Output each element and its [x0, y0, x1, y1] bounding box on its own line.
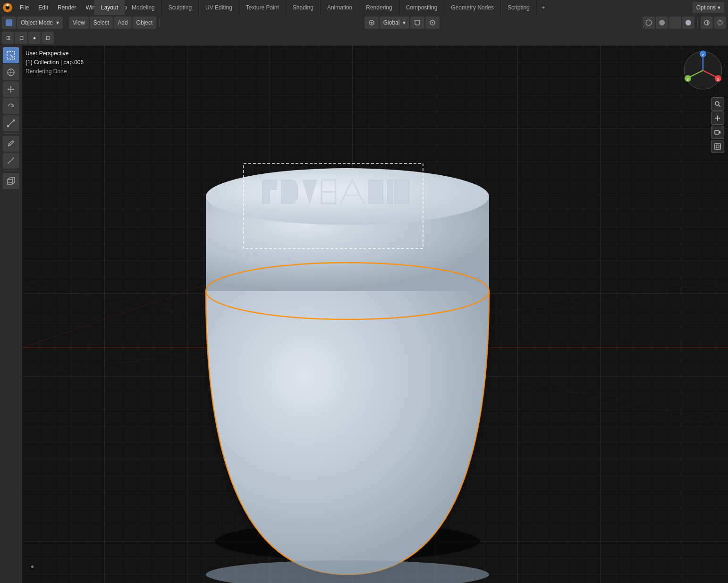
svg-point-11	[686, 20, 691, 26]
viewport-info: User Perspective (1) Collection | cap.00…	[25, 49, 84, 77]
svg-point-7	[432, 22, 433, 24]
header-icon-1[interactable]: ⊞	[2, 32, 14, 44]
snap-magnet-btn[interactable]	[410, 17, 424, 29]
tab-compositing[interactable]: Compositing	[399, 0, 445, 15]
svg-text:X: X	[717, 77, 720, 82]
svg-point-10	[672, 20, 678, 26]
svg-rect-20	[7, 125, 9, 127]
options-button[interactable]: Options ▾	[693, 2, 724, 13]
mode-icon-btn[interactable]	[2, 17, 16, 29]
svg-line-23	[8, 158, 14, 163]
view-menu-btn[interactable]: View	[69, 17, 89, 29]
select-box-tool[interactable]	[3, 47, 19, 63]
blender-logo-icon[interactable]	[0, 0, 15, 15]
header-icon-2[interactable]: ⊟	[15, 32, 27, 44]
tab-layout[interactable]: Layout	[94, 0, 125, 15]
transform-orientation-dropdown[interactable]: Global	[380, 17, 410, 29]
svg-rect-57	[715, 130, 719, 134]
tab-modeling[interactable]: Modeling	[125, 0, 162, 15]
viewport-dot	[31, 566, 34, 568]
svg-point-5	[371, 22, 372, 24]
perspective-label: User Perspective	[25, 49, 84, 58]
top-menu-bar: File Edit Render Window Help Layout Mode…	[0, 0, 728, 15]
svg-text:Z: Z	[702, 53, 704, 57]
svg-point-9	[659, 20, 665, 26]
add-workspace-button[interactable]: +	[537, 0, 550, 15]
tab-rendering[interactable]: Rendering	[359, 0, 399, 15]
viewport-gizmo[interactable]: Z X Y	[682, 49, 724, 92]
svg-point-55	[715, 102, 719, 105]
toolbar-sep-3	[697, 18, 698, 27]
rendering-status: Rendering Done	[25, 67, 84, 76]
proportional-editing-btn[interactable]	[425, 17, 440, 29]
render-menu[interactable]: Render	[53, 0, 81, 15]
svg-rect-58	[715, 144, 720, 149]
svg-line-56	[719, 105, 720, 107]
object-menu-btn[interactable]: Object	[133, 17, 157, 29]
overlays-btn[interactable]	[701, 17, 713, 29]
tab-sculpting[interactable]: Sculpting	[162, 0, 199, 15]
svg-rect-59	[716, 145, 719, 148]
tab-shading[interactable]: Shading	[286, 0, 321, 15]
svg-rect-3	[6, 19, 12, 26]
top-right-options: Options ▾	[693, 0, 728, 15]
viewport-shading-rendered-btn[interactable]	[682, 17, 694, 29]
left-tool-sep-2	[4, 171, 18, 171]
add-cube-tool[interactable]	[3, 173, 19, 189]
viewport-shading-material-btn[interactable]	[669, 17, 681, 29]
third-toolbar: ⊞ ⊟ ● ⊡	[0, 30, 728, 45]
right-mini-toolbar	[711, 97, 724, 153]
collection-label: (1) Collection | cap.006	[25, 58, 84, 67]
viewport-shading-solid-btn[interactable]	[656, 17, 668, 29]
annotate-tool[interactable]	[3, 136, 19, 152]
left-tool-sep-1	[4, 133, 18, 134]
svg-point-2	[7, 4, 9, 7]
second-toolbar: Object Mode View Select Add Object Globa…	[0, 15, 728, 30]
file-menu[interactable]: File	[15, 0, 34, 15]
tab-texture-paint[interactable]: Texture Paint	[239, 0, 286, 15]
svg-text:Y: Y	[686, 77, 689, 82]
left-toolbar	[0, 45, 22, 583]
orthographic-btn[interactable]	[711, 140, 724, 153]
svg-point-14	[719, 21, 721, 24]
tab-uv-editing[interactable]: UV Editing	[199, 0, 239, 15]
workspace-tabs: Layout Modeling Sculpting UV Editing Tex…	[94, 0, 700, 15]
measure-tool[interactable]	[3, 153, 19, 169]
viewport[interactable]: User Perspective (1) Collection | cap.00…	[22, 45, 728, 583]
gizmo-svg[interactable]: Z X Y	[682, 49, 724, 92]
scale-tool[interactable]	[3, 115, 19, 131]
cursor-tool[interactable]	[3, 64, 19, 80]
toolbar-sep-2	[159, 18, 160, 27]
tab-geometry-nodes[interactable]: Geometry Nodes	[444, 0, 501, 15]
header-icon-4[interactable]: ⊡	[42, 32, 54, 44]
move-tool[interactable]	[3, 81, 19, 97]
toolbar-sep-1	[66, 18, 66, 27]
tab-animation[interactable]: Animation	[321, 0, 359, 15]
xray-btn[interactable]	[714, 17, 726, 29]
rotate-tool[interactable]	[3, 98, 19, 114]
header-icon-3[interactable]: ●	[28, 32, 41, 44]
select-menu-btn[interactable]: Select	[90, 17, 113, 29]
viewport-shading-wireframe-btn[interactable]	[643, 17, 655, 29]
viewport-grid	[22, 45, 728, 583]
pan-btn[interactable]	[711, 111, 724, 125]
svg-rect-26	[8, 180, 12, 184]
camera-view-btn[interactable]	[711, 126, 724, 139]
add-menu-btn[interactable]: Add	[114, 17, 131, 29]
edit-menu[interactable]: Edit	[34, 0, 53, 15]
svg-rect-31	[22, 45, 728, 583]
transform-origin-btn[interactable]	[364, 17, 379, 29]
svg-rect-21	[13, 120, 15, 121]
object-mode-dropdown[interactable]: Object Mode	[17, 17, 63, 29]
zoom-btn[interactable]	[711, 97, 724, 111]
tab-scripting[interactable]: Scripting	[501, 0, 537, 15]
svg-point-8	[646, 20, 652, 26]
